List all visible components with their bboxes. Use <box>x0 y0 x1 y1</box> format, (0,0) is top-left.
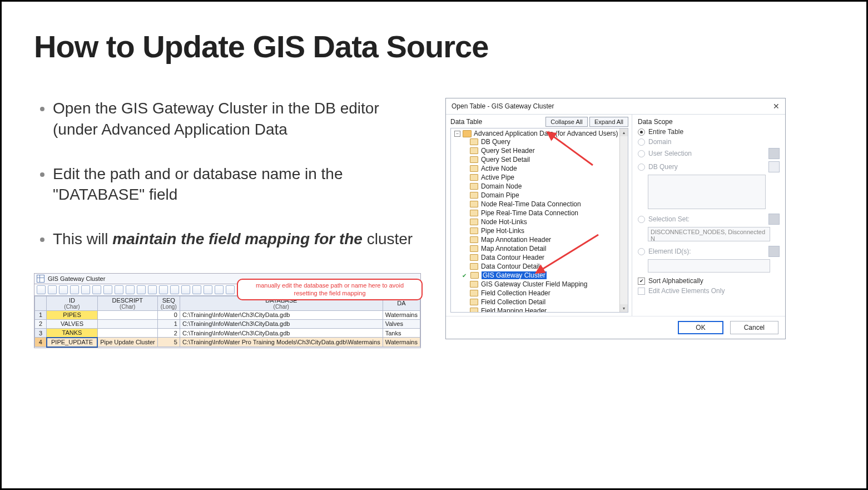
tree-item[interactable]: DB Query <box>454 137 627 146</box>
toolbar-button[interactable] <box>170 285 179 294</box>
collapse-all-button[interactable]: Collapse All <box>545 117 587 127</box>
table-row[interactable]: 3 TANKS 2 C:\Training\InfoWater\Ch3\City… <box>35 328 420 338</box>
data-table-tree[interactable]: − Advanced Application Data (for Advance… <box>450 128 628 313</box>
cell-seq[interactable]: 0 <box>157 310 180 319</box>
cancel-button[interactable]: Cancel <box>730 321 778 334</box>
cell-database[interactable]: C:\Training\InfoWater\Ch3\CityData.gdb <box>180 319 383 328</box>
cell-database[interactable]: C:\Training\InfoWater\Ch3\CityData.gdb <box>180 310 383 319</box>
close-icon[interactable]: ✕ <box>773 102 780 111</box>
scroll-up-icon[interactable]: ▴ <box>620 128 628 136</box>
scope-entire-table[interactable]: Entire Table <box>638 128 780 136</box>
element-ids-textbox <box>648 259 770 273</box>
folder-icon <box>470 272 479 279</box>
tree-root[interactable]: − Advanced Application Data (for Advance… <box>454 130 627 137</box>
toolbar-button[interactable] <box>48 285 57 294</box>
toolbar-button[interactable] <box>215 285 224 294</box>
cell-id[interactable]: PIPES <box>47 310 98 319</box>
scope-user-selection: User Selection <box>638 148 780 159</box>
toolbar-button[interactable] <box>137 285 146 294</box>
cell-id[interactable]: TANKS <box>47 328 98 338</box>
cell-seq[interactable]: 5 <box>157 338 180 347</box>
scope-user-sel-label: User Selection <box>648 150 692 157</box>
tree-item[interactable]: Field Collection Detail <box>454 298 627 306</box>
cell-seq[interactable]: 1 <box>157 319 180 328</box>
grid-toolbar: manually edit the database path or name … <box>34 284 420 296</box>
selection-set-dropdown: DISCONNECTED_NODES, Disconnected N <box>648 227 770 241</box>
folder-icon <box>470 281 478 288</box>
toolbar-button[interactable] <box>103 285 112 294</box>
toolbar-button[interactable] <box>81 285 90 294</box>
sort-alpha-row[interactable]: ✔ Sort Alphabetically <box>638 277 780 285</box>
tree-item[interactable]: Domain Pipe <box>454 191 627 200</box>
tree-item[interactable]: Pipe Real-Time Data Connection <box>454 209 627 217</box>
toolbar-button[interactable] <box>92 285 101 294</box>
cell-da[interactable]: Watermains <box>383 338 420 347</box>
tree-item[interactable]: Data Contour Header <box>454 253 627 262</box>
tree-item[interactable]: Data Contour Detail <box>454 262 627 271</box>
toolbar-button[interactable] <box>115 285 123 294</box>
folder-icon <box>463 130 472 137</box>
table-icon <box>37 275 44 283</box>
cell-descript[interactable] <box>97 319 157 328</box>
tree-item[interactable]: Query Set Header <box>454 146 627 155</box>
cell-seq[interactable]: 2 <box>157 328 180 338</box>
tree-item[interactable]: Node Real-Time Data Connection <box>454 200 627 209</box>
cell-database[interactable]: C:\Training\InfoWater Pro Training Model… <box>180 338 383 347</box>
tree-item[interactable]: Query Set Detail <box>454 155 627 164</box>
radio-icon[interactable] <box>638 128 645 136</box>
tree-item[interactable]: Domain Node <box>454 182 627 191</box>
tree-item[interactable]: Field Mapping Header <box>454 306 627 313</box>
cell-database[interactable]: C:\Training\InfoWater\Ch3\CityData.gdb <box>180 328 383 338</box>
sort-alpha-label: Sort Alphabetically <box>648 277 703 285</box>
folder-icon <box>470 165 478 172</box>
cell-descript[interactable] <box>97 310 157 319</box>
cell-da[interactable]: Valves <box>383 319 420 328</box>
tree-item[interactable]: GIS Gateway Cluster Field Mapping <box>454 280 627 289</box>
cell-id[interactable]: VALVES <box>47 319 98 328</box>
tree-item[interactable]: Map Annotation Detail <box>454 244 627 253</box>
table-row[interactable]: 2 VALVES 1 C:\Training\InfoWater\Ch3\Cit… <box>35 319 420 328</box>
cell-da[interactable]: Watermains <box>383 310 420 319</box>
scroll-down-icon[interactable]: ▾ <box>620 304 628 312</box>
toolbar-button[interactable] <box>226 285 235 294</box>
dialog-titlebar: Open Table - GIS Gateway Cluster ✕ <box>446 98 785 115</box>
tree-item[interactable]: Active Pipe <box>454 173 627 182</box>
tree-item[interactable]: Map Annotation Header <box>454 235 627 244</box>
cell-id-selected[interactable]: PIPE_UPDATE <box>47 338 98 347</box>
cell-descript[interactable] <box>97 328 157 338</box>
table-row-selected[interactable]: 4 PIPE_UPDATE Pipe Update Cluster 5 C:\T… <box>35 338 420 347</box>
tree-scrollbar[interactable]: ▴ ▾ <box>619 128 628 312</box>
data-table-label: Data Table <box>450 118 482 126</box>
checkbox-icon[interactable]: ✔ <box>638 278 645 285</box>
toolbar-button[interactable] <box>204 285 212 294</box>
toolbar-button[interactable] <box>192 285 201 294</box>
toolbar-button[interactable] <box>159 285 168 294</box>
folder-icon <box>470 299 478 305</box>
cell-descript[interactable]: Pipe Update Cluster <box>97 338 157 347</box>
tree-root-label: Advanced Application Data (for Advanced … <box>474 130 618 137</box>
toolbar-button[interactable] <box>37 285 46 294</box>
page-title: How to Update GIS Data Source <box>34 28 834 65</box>
tree-item-label: Node Hot-Links <box>481 218 527 226</box>
tree-item-label: Field Collection Detail <box>481 298 545 306</box>
ok-button[interactable]: OK <box>678 321 723 334</box>
toolbar-button[interactable] <box>70 285 79 294</box>
tree-item-label: Map Annotation Detail <box>481 245 546 253</box>
toolbar-button[interactable] <box>148 285 157 294</box>
scope-db-query: DB Query <box>638 161 780 172</box>
tree-item[interactable]: GIS Gateway Cluster <box>454 271 627 280</box>
gis-cluster-grid: GIS Gateway Cluster <box>34 273 421 348</box>
toolbar-button[interactable] <box>59 285 68 294</box>
tree-item[interactable]: Active Node <box>454 164 627 173</box>
toolbar-button[interactable] <box>126 285 135 294</box>
tree-item[interactable]: Node Hot-Links <box>454 217 627 226</box>
table-row[interactable]: 1 PIPES 0 C:\Training\InfoWater\Ch3\City… <box>35 310 420 319</box>
toolbar-button[interactable] <box>181 285 190 294</box>
cell-da[interactable]: Tanks <box>383 328 420 338</box>
bullet-3-b: maintain the field mapping for the <box>112 230 363 248</box>
tree-item[interactable]: Pipe Hot-Links <box>454 226 627 235</box>
selection-set-button <box>768 214 780 225</box>
expand-all-button[interactable]: Expand All <box>589 117 628 127</box>
collapse-icon[interactable]: − <box>454 131 460 137</box>
tree-item[interactable]: Field Collection Header <box>454 289 627 298</box>
